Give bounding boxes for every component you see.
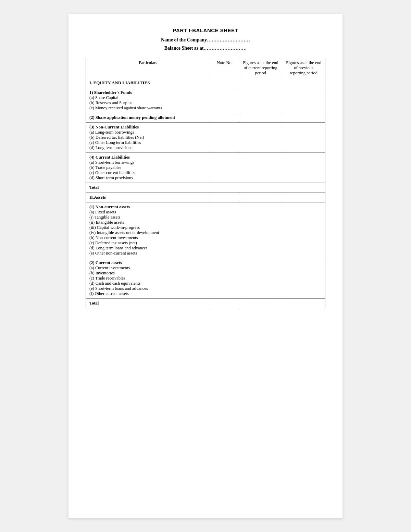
particulars-line: (e) Other non-current assets: [89, 251, 137, 256]
content-figures-prev: [282, 113, 325, 123]
particulars-line: (c) Trade receivables: [89, 276, 125, 281]
particulars-line: (c) Other current liabilities: [89, 170, 135, 175]
section-note: [210, 78, 239, 88]
balance-sheet-table: Particulars Note No. Figures as at the e…: [86, 58, 325, 308]
total-note: [210, 299, 239, 308]
content-particulars: 1) Shareholder's Funds(a) Share Capital(…: [86, 88, 210, 113]
section-figures-prev: [282, 193, 325, 202]
particulars-line: (ii) Intangible assets: [89, 220, 124, 225]
table-row: (3) Non-Current Liabilities(a) Long-term…: [86, 123, 325, 153]
total-label: Total: [86, 299, 210, 308]
section-figures-current: [239, 193, 282, 202]
total-figures-prev: [282, 299, 325, 308]
particulars-bold: (4) Current Liabilities: [89, 155, 130, 160]
content-note: [210, 113, 239, 123]
table-row: II.Assets: [86, 193, 325, 202]
content-particulars: (2) Current assets(a) Current investment…: [86, 258, 210, 299]
particulars-line: (e) Short-term loans and advances: [89, 286, 148, 291]
page-title: PART I-BALANCE SHEET: [86, 27, 325, 33]
table-row: (2) Current assets(a) Current investment…: [86, 258, 325, 299]
content-figures-current: [239, 153, 282, 183]
content-figures-prev: [282, 258, 325, 299]
particulars-line: (b) Non-current investments: [89, 235, 138, 240]
content-figures-prev: [282, 123, 325, 153]
company-name-line: Name of the Company………………………: [86, 37, 325, 43]
content-figures-prev: [282, 153, 325, 183]
content-note: [210, 202, 239, 258]
header-figures-prev: Figures as at the end of previous report…: [282, 58, 325, 78]
content-figures-current: [239, 258, 282, 299]
particulars-line: (b) Deferred tax liabilities (Net): [89, 135, 144, 140]
content-figures-current: [239, 113, 282, 123]
particulars-line: (f) Other current assets: [89, 291, 129, 296]
particulars-line: (d) Long term provisions: [89, 145, 132, 150]
content-particulars: (4) Current Liabilities(a) Short-term bo…: [86, 153, 210, 183]
content-note: [210, 258, 239, 299]
total-figures-current: [239, 299, 282, 308]
particulars-line: (iv) Intangible assets under development: [89, 230, 159, 235]
total-figures-current: [239, 183, 282, 193]
section-figures-prev: [282, 78, 325, 88]
particulars-line: (d) Short-term provisions: [89, 175, 133, 180]
table-header-row: Particulars Note No. Figures as at the e…: [86, 58, 325, 78]
content-figures-prev: [282, 88, 325, 113]
content-figures-current: [239, 202, 282, 258]
table-row: Total: [86, 299, 325, 308]
particulars-line: (b) Inventories: [89, 271, 115, 275]
page: PART I-BALANCE SHEET Name of the Company…: [68, 14, 342, 518]
particulars-bold: (2) Share application money pending allo…: [89, 115, 175, 120]
particulars-line: (iii) Capital work-in-progress: [89, 225, 140, 230]
content-note: [210, 88, 239, 113]
section-label: I. EQUITY AND LIABILITIES: [86, 78, 210, 88]
table-row: Total: [86, 183, 325, 193]
particulars-line: (b) Trade payables: [89, 165, 121, 170]
particulars-line: (i) Tangible assets: [89, 215, 121, 220]
content-figures-prev: [282, 202, 325, 258]
particulars-line: (d) Cash and cash equivalents: [89, 281, 140, 286]
content-figures-current: [239, 123, 282, 153]
table-row: 1) Shareholder's Funds(a) Share Capital(…: [86, 88, 325, 113]
particulars-bold: 1) Shareholder's Funds: [89, 90, 132, 95]
particulars-line: (a) Long-term borrowings: [89, 130, 134, 135]
table-row: (1) Non-current assets(a) Fixed assets(i…: [86, 202, 325, 258]
section-figures-current: [239, 78, 282, 88]
header-figures-current: Figures as at the end of current reporti…: [239, 58, 282, 78]
section-note: [210, 193, 239, 202]
particulars-line: (a) Share Capital: [89, 95, 119, 100]
particulars-line: (c) Other Long term liabilities: [89, 140, 141, 145]
table-row: (2) Share application money pending allo…: [86, 113, 325, 123]
particulars-bold: (2) Current assets: [89, 260, 122, 265]
content-particulars: (1) Non-current assets(a) Fixed assets(i…: [86, 202, 210, 258]
table-row: I. EQUITY AND LIABILITIES: [86, 78, 325, 88]
particulars-line: (c) Deferred tax assets (net): [89, 240, 137, 245]
particulars-line: (c) Money received against share warrant…: [89, 106, 162, 110]
content-figures-current: [239, 88, 282, 113]
total-note: [210, 183, 239, 193]
total-figures-prev: [282, 183, 325, 193]
header-note-no: Note No.: [210, 58, 239, 78]
content-particulars: (3) Non-Current Liabilities(a) Long-term…: [86, 123, 210, 153]
particulars-line: (d) Long term loans and advances: [89, 246, 148, 250]
header-particulars: Particulars: [86, 58, 210, 78]
section-label: II.Assets: [86, 193, 210, 202]
balance-sheet-date-line: Balance Sheet as at………………………: [86, 46, 325, 51]
particulars-line: (b) Reserves and Surplus: [89, 100, 132, 105]
total-label: Total: [86, 183, 210, 193]
particulars-line: (a) Current investments: [89, 265, 130, 270]
particulars-line: (a) Short-term borrowings: [89, 160, 134, 165]
table-row: (4) Current Liabilities(a) Short-term bo…: [86, 153, 325, 183]
particulars-bold: (3) Non-Current Liabilities: [89, 125, 139, 129]
particulars-bold: (1) Non-current assets: [89, 205, 130, 209]
particulars-line: (a) Fixed assets: [89, 210, 116, 214]
content-note: [210, 153, 239, 183]
content-particulars: (2) Share application money pending allo…: [86, 113, 210, 123]
content-note: [210, 123, 239, 153]
